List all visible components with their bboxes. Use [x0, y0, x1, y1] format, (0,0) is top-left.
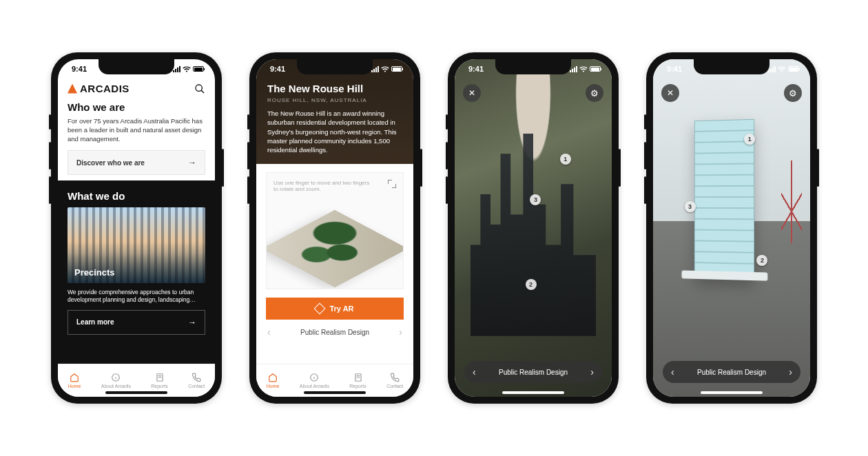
- gesture-hint: Use one finger to move and two fingers t…: [273, 180, 370, 192]
- what-we-do-heading: What we do: [68, 190, 205, 202]
- tab-contact-label: Contact: [188, 384, 205, 388]
- tab-about[interactable]: About Arcadis: [300, 373, 329, 388]
- battery-icon: [391, 66, 402, 72]
- tab-reports-label: Reports: [349, 384, 366, 388]
- tab-contact-label: Contact: [386, 384, 403, 388]
- who-we-are-heading: Who we are: [68, 101, 205, 113]
- phone-mockup-3: 9:41 1 2 3 ‹ Public Realism Design ›: [448, 52, 619, 404]
- project-location: ROUSE HILL, NSW, AUSTRALIA: [267, 97, 402, 103]
- ar-marker-1[interactable]: 1: [744, 134, 755, 145]
- status-right: [371, 66, 402, 72]
- try-ar-button[interactable]: Try AR: [266, 298, 404, 320]
- tab-reports[interactable]: Reports: [349, 373, 366, 388]
- info-icon: [309, 373, 319, 382]
- wifi-icon: [381, 66, 389, 72]
- phone-mockup-1: 9:41 ARCADIS Who we are For over 75 year…: [51, 52, 222, 404]
- tab-contact[interactable]: Contact: [188, 373, 205, 388]
- ar-project-nav: ‹ Public Realism Design ›: [663, 361, 800, 383]
- ar-project-nav-label: Public Realism Design: [697, 369, 766, 376]
- discover-button[interactable]: Discover who we are: [68, 150, 205, 175]
- tab-reports-label: Reports: [151, 384, 168, 388]
- svg-line-1: [201, 90, 204, 93]
- close-button[interactable]: [661, 84, 679, 102]
- tab-reports[interactable]: Reports: [151, 373, 168, 388]
- try-ar-label: Try AR: [329, 304, 353, 313]
- ar-marker-2[interactable]: 2: [526, 279, 537, 290]
- status-right: [768, 66, 799, 72]
- chevron-left-icon[interactable]: ‹: [267, 327, 271, 338]
- info-icon: [111, 373, 121, 382]
- phone-mockup-2: 9:41 The New Rouse Hill ROUSE HILL, NSW,…: [249, 52, 420, 404]
- who-we-are-desc: For over 75 years Arcadis Australia Paci…: [68, 117, 205, 143]
- chevron-right-icon[interactable]: ›: [590, 366, 594, 377]
- battery-icon: [788, 66, 799, 72]
- brand-mark-icon: [68, 84, 77, 94]
- tab-about[interactable]: About Arcadis: [101, 373, 131, 388]
- project-nav: ‹ Public Realism Design ›: [256, 320, 413, 344]
- status-time: 9:41: [270, 65, 285, 73]
- chevron-left-icon[interactable]: ‹: [473, 366, 476, 377]
- device-notch: [694, 59, 769, 74]
- home-indicator[interactable]: [105, 391, 167, 394]
- phone-icon: [390, 373, 400, 382]
- arrow-right-icon: [188, 318, 196, 327]
- cube-icon: [314, 303, 326, 315]
- wifi-icon: [778, 66, 786, 72]
- discover-label: Discover who we are: [76, 159, 145, 167]
- home-indicator[interactable]: [701, 391, 763, 394]
- tab-about-label: About Arcadis: [300, 384, 329, 388]
- reports-icon: [353, 373, 363, 382]
- status-right: [173, 66, 204, 72]
- precincts-label: Precincts: [74, 267, 115, 278]
- ar-project-nav: ‹ Public Realism Design ›: [464, 361, 602, 383]
- tab-home[interactable]: Home: [68, 373, 81, 388]
- close-button[interactable]: [463, 84, 481, 102]
- chevron-right-icon[interactable]: ›: [789, 366, 792, 377]
- status-time: 9:41: [468, 65, 484, 73]
- device-notch: [297, 59, 373, 74]
- tab-home-label: Home: [267, 384, 280, 388]
- tab-home-label: Home: [68, 384, 81, 388]
- brand-logo[interactable]: ARCADIS: [68, 83, 130, 94]
- ar-project-nav-label: Public Realism Design: [499, 369, 568, 376]
- ar-marker-3[interactable]: 3: [685, 201, 696, 212]
- phone-mockup-4: 9:41 1 2 3 ‹ Public Realism Design ›: [646, 52, 817, 404]
- tab-contact[interactable]: Contact: [386, 373, 403, 388]
- device-notch: [495, 59, 571, 74]
- status-time: 9:41: [72, 65, 87, 73]
- what-we-do-desc: We provide comprehensive approaches to u…: [68, 289, 205, 304]
- project-description: The New Rouse Hill is an award winning s…: [267, 109, 402, 154]
- search-icon[interactable]: [194, 83, 205, 94]
- settings-button[interactable]: [586, 84, 603, 102]
- wifi-icon: [183, 66, 191, 72]
- status-right: [570, 66, 601, 72]
- reports-icon: [155, 373, 165, 382]
- home-indicator[interactable]: [502, 391, 564, 394]
- ar-marker-1[interactable]: 1: [560, 154, 571, 165]
- expand-icon[interactable]: [388, 180, 396, 188]
- home-indicator[interactable]: [304, 391, 366, 394]
- status-time: 9:41: [667, 65, 682, 73]
- svg-point-0: [196, 85, 202, 91]
- arrow-right-icon: [188, 158, 196, 167]
- battery-icon: [590, 66, 601, 72]
- tab-home[interactable]: Home: [267, 373, 280, 388]
- settings-button[interactable]: [784, 84, 802, 102]
- wifi-icon: [579, 66, 588, 72]
- ar-scene[interactable]: [455, 59, 612, 397]
- chevron-right-icon[interactable]: ›: [399, 327, 402, 338]
- home-icon: [70, 373, 79, 382]
- home-icon: [268, 373, 278, 382]
- model-preview-card[interactable]: Use one finger to move and two fingers t…: [266, 172, 404, 289]
- phone-icon: [192, 373, 201, 382]
- device-notch: [99, 59, 174, 74]
- terrain-model[interactable]: [267, 199, 403, 289]
- battery-icon: [193, 66, 204, 72]
- learn-more-button[interactable]: Learn more: [68, 310, 205, 335]
- project-nav-label: Public Realism Design: [300, 329, 369, 336]
- brand-text: ARCADIS: [80, 83, 130, 94]
- precincts-image[interactable]: Precincts: [68, 207, 205, 283]
- project-title: The New Rouse Hill: [267, 83, 402, 94]
- chevron-left-icon[interactable]: ‹: [671, 366, 674, 377]
- learn-more-label: Learn more: [76, 318, 114, 326]
